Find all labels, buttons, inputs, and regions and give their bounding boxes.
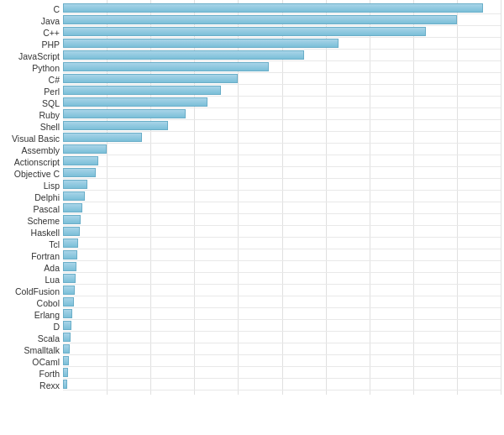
bar-label: C [0,4,63,14]
bar-fill [63,156,98,165]
table-row: Lisp [0,180,501,191]
bar-fill [63,15,457,24]
bar-track [63,333,501,343]
table-row: PHP [0,39,501,50]
bar-track [63,121,501,132]
table-row: Haskell [0,227,501,238]
table-row: Pascal [0,203,501,214]
table-row: Ada [0,262,501,273]
bar-track [63,86,501,97]
bar-label: Rexx [0,380,63,390]
bar-track [63,27,501,38]
bar-label: C# [0,75,63,85]
bar-track [63,286,501,296]
bar-label: Python [0,63,63,73]
bar-fill [63,380,67,389]
table-row: Java [0,15,501,26]
chart-wrapper: CJavaC++PHPJavaScriptPythonC#PerlSQLRuby… [0,0,504,395]
bar-label: Actionscript [0,157,63,167]
table-row: ColdFusion [0,286,501,296]
bar-fill [63,74,238,83]
bar-fill [63,227,80,236]
table-row: Objective C [0,168,501,179]
table-row: Ruby [0,109,501,120]
bar-fill [63,297,74,307]
bar-track [63,74,501,85]
bar-track [63,380,501,390]
table-row: Cobol [0,297,501,308]
table-row: C [0,3,501,14]
bar-track [63,156,501,167]
table-row: OCaml [0,356,501,367]
table-row: Scheme [0,215,501,226]
bar-fill [63,203,82,212]
table-row: D [0,321,501,332]
bar-label: SQL [0,98,63,108]
table-row: Erlang [0,309,501,320]
bar-label: Ada [0,263,63,273]
bar-fill [63,215,81,224]
bar-label: Visual Basic [0,134,63,144]
table-row: Assembly [0,144,501,155]
bar-label: ColdFusion [0,286,63,296]
bar-fill [63,368,68,377]
bar-track [63,309,501,320]
bar-label: OCaml [0,357,63,367]
bar-track [63,180,501,191]
bar-fill [63,50,304,60]
bar-track [63,321,501,332]
bar-label: Forth [0,369,63,379]
bar-fill [63,286,75,295]
bar-track [63,215,501,226]
bar-fill [63,356,69,365]
bar-track [63,133,501,144]
bar-fill [63,3,483,13]
bar-track [63,62,501,73]
table-row: Actionscript [0,156,501,167]
table-row: Delphi [0,191,501,202]
bar-label: Cobol [0,298,63,308]
bar-label: Pascal [0,204,63,214]
bar-label: C++ [0,28,63,38]
bar-track [63,15,501,26]
bar-fill [63,274,76,283]
bar-label: Lisp [0,181,63,191]
bar-track [63,168,501,179]
bar-fill [63,168,96,177]
bar-fill [63,121,168,130]
bar-fill [63,262,76,271]
bar-track [63,356,501,367]
bar-label: Objective C [0,169,63,179]
bar-fill [63,321,71,330]
bar-fill [63,62,269,71]
bar-track [63,109,501,120]
bar-label: Scheme [0,216,63,226]
bar-track [63,203,501,214]
bar-label: Tcl [0,239,63,249]
bar-label: Scala [0,333,63,343]
bar-label: Perl [0,86,63,97]
bar-fill [63,39,339,48]
table-row: Perl [0,86,501,97]
table-row: Fortran [0,250,501,261]
bar-label: Erlang [0,310,63,320]
bar-fill [63,238,78,248]
table-row: SQL [0,97,501,108]
bar-track [63,250,501,261]
bar-label: JavaScript [0,51,63,61]
bar-label: Smalltalk [0,345,63,355]
bar-track [63,3,501,14]
bar-track [63,368,501,379]
bar-track [63,262,501,273]
bar-track [63,97,501,108]
bar-fill [63,97,207,107]
bar-label: Lua [0,275,63,285]
bar-track [63,50,501,61]
bar-track [63,344,501,355]
bar-track [63,39,501,50]
bar-fill [63,109,186,118]
bar-fill [63,309,72,318]
table-row: Shell [0,121,501,132]
bar-track [63,191,501,202]
bar-fill [63,191,85,201]
